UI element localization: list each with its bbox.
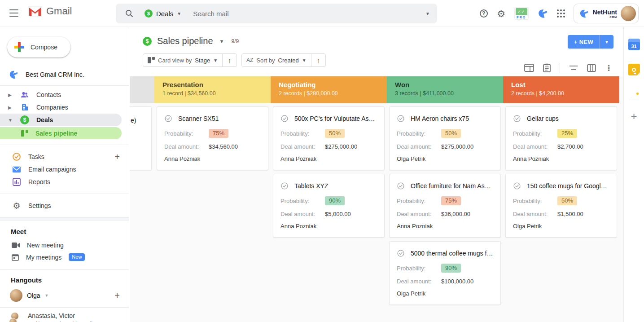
card-view-icon: [148, 57, 155, 63]
deal-amount-value: $5,000.00: [325, 211, 351, 217]
deal-card[interactable]: Tablets XYZ Probability: 90% Deal amount…: [273, 174, 385, 238]
hangouts-user-row[interactable]: Olga ▼ +: [0, 287, 129, 306]
my-meetings-item[interactable]: My meetings New: [0, 251, 129, 263]
sidebar-item-deals[interactable]: ▼ $ Deals: [0, 114, 122, 126]
settings-gear-icon[interactable]: ⚙: [496, 9, 506, 18]
board-column: Presentation 1 record | $34,560.00 Scann…: [154, 76, 271, 322]
check-circle-icon[interactable]: [280, 182, 289, 190]
gmail-logo[interactable]: Gmail: [28, 5, 72, 17]
sidebar-item-settings[interactable]: ⚙ Settings: [0, 199, 129, 212]
keep-icon[interactable]: [628, 64, 640, 75]
new-badge: New: [69, 253, 85, 261]
search-input[interactable]: [193, 10, 425, 18]
deal-card[interactable]: Office furniture for Nam Ass… Probabilit…: [389, 174, 501, 238]
columns-view-icon[interactable]: [587, 64, 596, 72]
sidebar-item-contacts[interactable]: ▶ Contacts: [0, 88, 129, 101]
sidebar-item-companies[interactable]: ▶ Companies: [0, 101, 129, 114]
reports-icon: [12, 177, 22, 187]
search-scope-deals[interactable]: $ Deals ▼: [145, 9, 181, 18]
sort-selector-button[interactable]: AZ Sort by Created ▼: [242, 57, 311, 64]
deal-title: 150 coffee mugs for Google …: [527, 182, 609, 190]
pipeline-kanban-icon: [20, 128, 30, 138]
mail-tracker-pro-icon[interactable]: ✓✓ PRO: [515, 8, 528, 19]
sort-direction-button[interactable]: ↑: [311, 53, 325, 67]
olga-avatar: [10, 289, 22, 302]
new-conversation-button[interactable]: +: [114, 291, 120, 300]
view-value: Stage: [195, 57, 210, 64]
check-circle-icon[interactable]: [397, 182, 405, 190]
deal-amount-label: Deal amount:: [397, 278, 441, 285]
deal-amount-value: $275,000.00: [325, 143, 357, 150]
topbar: Gmail $ Deals ▼ ▼ ? ⚙ ✓✓ PRO: [0, 0, 644, 27]
chevron-down-icon[interactable]: ▼: [8, 118, 20, 123]
pipeline-switcher-icon[interactable]: ▼: [219, 39, 224, 44]
deal-card[interactable]: 500x PC's for Vulputate Asso… Probabilit…: [273, 106, 385, 170]
deal-title: Scanner SX51: [178, 115, 219, 122]
sidebar-item-sales-pipeline[interactable]: Sales pipeline: [0, 127, 122, 139]
deal-card[interactable]: 150 coffee mugs for Google … Probability…: [505, 174, 617, 238]
user-avatar[interactable]: [621, 6, 636, 21]
deal-card[interactable]: Gellar cups Probability: 25% Deal amount…: [505, 106, 617, 170]
deal-title: Office furniture for Nam Ass…: [411, 182, 493, 190]
meetings-calendar-icon: [12, 254, 19, 261]
check-circle-icon[interactable]: [513, 182, 521, 190]
help-icon[interactable]: ?: [480, 9, 488, 18]
pipeline-folder-icon: $: [143, 37, 152, 46]
deal-title: Tablets XYZ: [294, 182, 328, 190]
clipboard-icon[interactable]: [543, 63, 551, 72]
add-task-button[interactable]: +: [114, 152, 120, 161]
more-options-icon[interactable]: ⋮: [605, 63, 613, 73]
check-circle-icon[interactable]: [513, 115, 521, 123]
new-record-button[interactable]: + NEW ▼: [568, 35, 613, 49]
chevron-right-icon[interactable]: ▶: [8, 93, 20, 97]
workspace-row[interactable]: Best Gmail CRM Inc.: [8, 69, 129, 80]
get-addons-button[interactable]: +: [631, 110, 637, 123]
deal-card[interactable]: HM Aeron chairs x75 Probability: 50% Dea…: [389, 106, 501, 170]
filter-icon[interactable]: [569, 65, 578, 71]
deal-card-partial[interactable]: e): [130, 106, 152, 170]
sidebar-item-reports[interactable]: Reports: [0, 176, 129, 188]
new-record-dropdown-icon[interactable]: ▼: [600, 40, 613, 44]
divider: [0, 85, 129, 86]
new-meeting-item[interactable]: New meeting: [0, 239, 129, 251]
deal-card[interactable]: 5000 thermal coffee mugs f… Probability:…: [389, 241, 501, 305]
google-apps-icon[interactable]: [557, 9, 565, 18]
column-header: Won 3 records | $411,000.00: [387, 76, 503, 103]
conversation-avatars: [9, 312, 23, 322]
search-icon[interactable]: [125, 9, 134, 18]
view-selector-button[interactable]: Card view by Stage ▼: [143, 57, 222, 64]
sidebar-item-email-campaigns[interactable]: Email campaigns: [0, 163, 129, 176]
check-circle-icon[interactable]: [164, 115, 172, 123]
main-menu-icon[interactable]: [9, 9, 18, 17]
deal-card[interactable]: Scanner SX51 Probability: 75% Deal amoun…: [157, 106, 268, 170]
probability-label: Probability:: [513, 198, 557, 204]
divider: [560, 63, 560, 73]
deal-amount-label: Deal amount:: [513, 211, 557, 217]
search-options-icon[interactable]: ▼: [425, 11, 430, 16]
probability-label: Probability:: [397, 130, 441, 137]
sidebar-item-tasks[interactable]: Tasks +: [0, 150, 129, 163]
check-circle-icon[interactable]: [397, 249, 405, 257]
probability-badge: 25%: [557, 129, 577, 138]
view-direction-button[interactable]: ↑: [222, 53, 237, 67]
chevron-down-icon[interactable]: ▼: [45, 293, 49, 298]
nethunt-workspace-icon: [8, 69, 19, 80]
probability-badge: 90%: [441, 264, 461, 273]
chevron-down-icon: ▼: [213, 58, 218, 63]
calendar-icon[interactable]: 31: [628, 39, 640, 50]
conversation-item[interactable]: Anastasia, Victor You were in a video ca…: [0, 308, 129, 322]
compose-button[interactable]: Compose: [7, 37, 70, 57]
columns-host: Presentation 1 record | $34,560.00 Scann…: [154, 76, 619, 322]
nethunt-account-pill[interactable]: NetHunt CRM: [574, 4, 639, 23]
nethunt-extension-icon[interactable]: [537, 8, 548, 19]
chevron-right-icon[interactable]: ▶: [8, 105, 20, 110]
side-panel-view-icon[interactable]: [524, 64, 534, 72]
deal-title: HM Aeron chairs x75: [411, 115, 469, 122]
check-circle-icon[interactable]: [280, 115, 289, 123]
column-name: Presentation: [162, 81, 271, 88]
deal-amount-value: $2,700.00: [557, 143, 583, 150]
column-header: Lost 2 records | $4,200.00: [503, 76, 619, 103]
search-bar[interactable]: $ Deals ▼ ▼: [116, 4, 437, 23]
companies-icon: [20, 102, 30, 112]
check-circle-icon[interactable]: [397, 115, 405, 123]
